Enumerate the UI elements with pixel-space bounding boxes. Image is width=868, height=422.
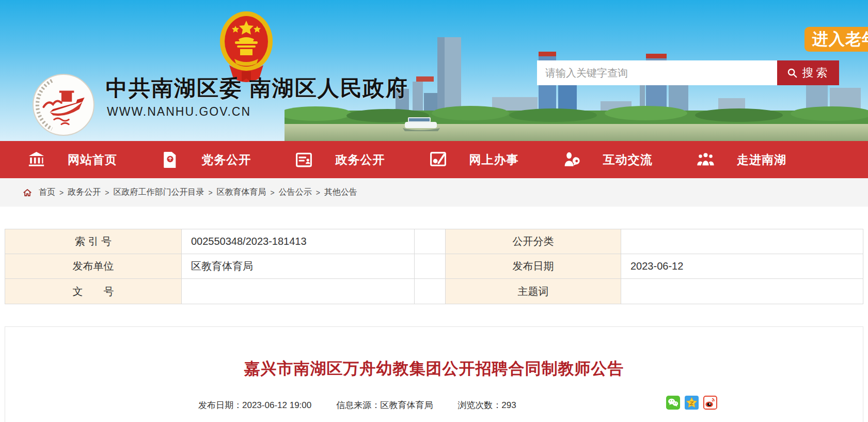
article-title: 嘉兴市南湖区万舟幼教集团公开招聘合同制教师公告: [5, 358, 863, 380]
breadcrumb-item[interactable]: 首页: [39, 187, 55, 198]
nav-item-label: 走进南湖: [737, 152, 786, 168]
breadcrumb-item[interactable]: 公告公示: [279, 187, 312, 198]
search-input[interactable]: [537, 60, 777, 85]
table-spacer: [415, 279, 446, 304]
home-icon[interactable]: [23, 188, 32, 197]
people-icon: [696, 150, 715, 169]
breadcrumb: 首页 > 政务公开 > 区政府工作部门公开目录 > 区教育体育局 > 公告公示 …: [0, 178, 868, 207]
search-button-label: 搜索: [802, 65, 830, 81]
interaction-icon: [562, 150, 581, 169]
qzone-share-icon[interactable]: [685, 396, 699, 410]
table-spacer: [415, 254, 446, 279]
meta-value-publish-unit: 区教育体育局: [182, 254, 415, 279]
breadcrumb-separator: >: [316, 189, 320, 197]
meta-value-keywords: [621, 279, 863, 304]
wechat-share-icon[interactable]: [666, 396, 680, 410]
document-meta-table: 索 引 号 002550348/2023-181413 公开分类 发布单位 区教…: [5, 229, 863, 304]
main-nav: 网站首页 党务公开 政务公开 网上: [0, 141, 868, 178]
nav-item-party-affairs[interactable]: 党务公开: [161, 150, 251, 169]
nav-item-label: 网站首页: [68, 152, 117, 168]
site-title: 中共南湖区委 南湖区人民政府: [106, 74, 408, 103]
meta-label-publish-date: 发布日期: [446, 254, 621, 279]
meta-label-keywords: 主题词: [446, 279, 621, 304]
party-book-icon: [161, 150, 180, 169]
meta-value-index-number: 002550348/2023-181413: [182, 229, 415, 254]
meta-value-publish-date: 2023-06-12: [621, 254, 863, 279]
search-button[interactable]: 搜索: [777, 60, 839, 85]
breadcrumb-item[interactable]: 区政府工作部门公开目录: [113, 187, 204, 198]
nav-item-label: 互动交流: [603, 152, 653, 168]
nav-item-interaction[interactable]: 互动交流: [562, 150, 653, 169]
search-icon: [786, 67, 798, 79]
elder-mode-button[interactable]: 进入老年: [804, 27, 868, 52]
nav-item-about-nanhu[interactable]: 走进南湖: [696, 150, 786, 169]
bank-icon: [27, 150, 46, 169]
nav-item-home[interactable]: 网站首页: [27, 150, 117, 169]
search-bar: 搜索: [537, 60, 839, 85]
breadcrumb-item[interactable]: 其他公告: [324, 187, 357, 198]
weibo-share-icon[interactable]: [703, 396, 717, 410]
publish-date: 发布日期：2023-06-12 19:00: [198, 399, 311, 411]
share-bar: [666, 396, 717, 410]
breadcrumb-item[interactable]: 政务公开: [68, 187, 101, 198]
meta-label-doc-number: 文 号: [5, 279, 182, 304]
online-service-icon: [429, 150, 448, 169]
view-count: 浏览次数：293: [457, 399, 516, 411]
page: 中共南湖区委 南湖区人民政府 WWW.NANHU.GOV.CN 搜索 进入老年 …: [0, 0, 868, 422]
nav-item-online-service[interactable]: 网上办事: [429, 150, 519, 169]
meta-label-index-number: 索 引 号: [5, 229, 182, 254]
nav-item-label: 党务公开: [201, 152, 251, 168]
site-url: WWW.NANHU.GOV.CN: [107, 105, 251, 119]
info-source: 信息来源：区教育体育局: [336, 399, 433, 411]
nav-item-label: 网上办事: [469, 152, 519, 168]
nav-item-gov-affairs[interactable]: 政务公开: [294, 150, 385, 169]
meta-value-doc-number: [182, 279, 415, 304]
gov-doc-icon: [294, 150, 313, 169]
meta-label-publish-unit: 发布单位: [5, 254, 182, 279]
nanhu-logo: [32, 73, 95, 136]
header-banner: 中共南湖区委 南湖区人民政府 WWW.NANHU.GOV.CN 搜索 进入老年: [0, 0, 868, 141]
article-card: 嘉兴市南湖区万舟幼教集团公开招聘合同制教师公告 发布日期：2023-06-12 …: [5, 326, 863, 422]
meta-value-public-category: [621, 229, 863, 254]
meta-label-public-category: 公开分类: [446, 229, 621, 254]
article-meta: 发布日期：2023-06-12 19:00 信息来源：区教育体育局 浏览次数：2…: [198, 399, 516, 411]
breadcrumb-separator: >: [105, 189, 109, 197]
breadcrumb-separator: >: [59, 189, 64, 197]
nav-item-label: 政务公开: [335, 152, 385, 168]
table-spacer: [415, 229, 446, 254]
breadcrumb-separator: >: [271, 189, 275, 197]
breadcrumb-item[interactable]: 区教育体育局: [217, 187, 266, 198]
breadcrumb-separator: >: [208, 189, 212, 197]
